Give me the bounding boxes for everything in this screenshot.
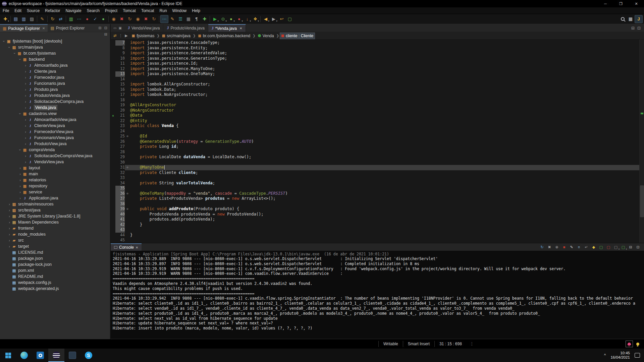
tree-item-service[interactable]: ›▦service xyxy=(0,189,110,195)
fold-marker-icon[interactable]: ⊖ xyxy=(125,165,130,170)
link-editor-icon[interactable]: ⇄ xyxy=(57,15,65,23)
tree-item-maven-dependencies[interactable]: ›▤Maven Dependencies xyxy=(0,219,110,225)
tree-item-repository[interactable]: ›▦repository xyxy=(0,183,110,189)
tab-package-explorer[interactable]: ▦Package Explorer✕ xyxy=(0,24,48,32)
maximize-console-icon[interactable]: ⊡ xyxy=(635,244,641,250)
expand-arrow-icon[interactable]: › xyxy=(23,154,28,158)
code-line-43[interactable]: 43 xyxy=(111,227,639,233)
new-java-element-icon[interactable]: ✚ xyxy=(201,15,209,23)
forward-icon[interactable]: ▶▾ xyxy=(270,15,278,23)
code-line-10[interactable]: 10import javax.persistence.GenerationTyp… xyxy=(111,56,639,61)
code-editor[interactable]: 7import javax.persistence.CascadeType;8i… xyxy=(111,40,644,243)
tomcat2-stop-icon[interactable]: ✖ xyxy=(142,15,150,23)
expand-arrow-icon[interactable]: › xyxy=(23,160,28,164)
pin-console-icon[interactable]: ◆ xyxy=(590,244,597,250)
search-icon[interactable] xyxy=(619,15,627,23)
close-console-tab-icon[interactable]: ✕ xyxy=(136,246,138,249)
tree-item-cadastros-view[interactable]: ›▦cadastros.view xyxy=(0,111,110,117)
menu-run[interactable]: Run xyxy=(157,8,170,14)
tree-item-vendaview-java[interactable]: ›JVendaView.java xyxy=(0,159,110,165)
notification-bell-button[interactable] xyxy=(626,341,633,347)
code-line-30[interactable]: 30 xyxy=(111,160,639,165)
overflow-icon[interactable]: ⋮ xyxy=(119,34,122,38)
code-line-22[interactable]: 22@Entity xyxy=(111,118,639,124)
expand-arrow-icon[interactable]: › xyxy=(7,238,11,242)
tomcat2-start-icon[interactable]: ◉ xyxy=(134,15,142,23)
tree-item-solicitacaodecompraview-java[interactable]: ›JSolicitacaoDeCompraView.java xyxy=(0,153,110,159)
minimize-button[interactable]: ─ xyxy=(598,0,613,7)
coverage-chart-icon[interactable]: ▥ xyxy=(67,15,75,23)
tree-item-src[interactable]: ›▰src xyxy=(0,237,110,243)
expand-arrow-icon[interactable]: › xyxy=(18,57,22,61)
expand-arrow-icon[interactable]: › xyxy=(18,148,22,152)
expand-arrow-icon[interactable]: › xyxy=(7,232,11,236)
breadcrumb-item-venda[interactable]: Venda xyxy=(257,33,275,39)
tree-item-webpack-config-js[interactable]: ▤webpack.config.js xyxy=(0,280,110,286)
expand-arrow-icon[interactable]: › xyxy=(2,39,6,43)
code-line-19[interactable]: 19@AllArgsConstructor xyxy=(111,103,639,108)
diff-marker[interactable] xyxy=(641,113,643,114)
open-console-icon[interactable]: ▢▾ xyxy=(620,244,627,250)
code-line-42[interactable]: 42 } xyxy=(111,222,639,228)
code-line-41[interactable]: 41 produtos.add(produtoVenda); xyxy=(111,217,639,222)
tree-item-almoxarifado-java[interactable]: ›JAlmoxarifado.java xyxy=(0,62,110,68)
minimize-console-icon[interactable]: ⊟ xyxy=(627,244,634,250)
overview-ruler[interactable] xyxy=(639,40,644,243)
tab-console[interactable]: Console ✕ xyxy=(111,243,142,251)
tree-item-layout[interactable]: ›▦layout xyxy=(0,165,110,171)
open-perspective-icon[interactable]: ▦ xyxy=(627,15,635,23)
tree-item-produtovenda-java[interactable]: ›JProdutoVenda.java xyxy=(0,93,110,99)
code-line-31[interactable]: 31⊖ @ManyToOne xyxy=(111,165,639,170)
expand-arrow-icon[interactable]: › xyxy=(23,94,28,98)
tree-item-node-modules[interactable]: ›▰node_modules xyxy=(0,231,110,237)
tree-item-produto-java[interactable]: ›JProduto.java xyxy=(0,86,110,93)
coverage-icon[interactable]: ●▾ xyxy=(227,15,235,23)
tree-item-funcionario-java[interactable]: ›JFuncionario.java xyxy=(0,80,110,86)
tomcat-start-icon[interactable]: ◉ xyxy=(110,15,118,23)
tree-item-package-lock-json[interactable]: ▤package-lock.json xyxy=(0,261,110,267)
tree-item-compravenda[interactable]: ›▦compraVenda xyxy=(0,147,110,153)
expand-arrow-icon[interactable]: › xyxy=(13,51,17,55)
external-tools-icon[interactable]: ❖▾ xyxy=(251,15,259,23)
expand-arrow-icon[interactable]: › xyxy=(23,106,28,110)
debug-icon[interactable]: ⊙▾ xyxy=(219,15,227,23)
code-line-29[interactable]: 29 private LocalDate dataVenda = LocalDa… xyxy=(111,155,639,160)
expand-arrow-icon[interactable]: › xyxy=(7,220,11,224)
code-line-44[interactable]: 44} xyxy=(111,233,639,238)
tomcat-restart-icon[interactable]: ↻ xyxy=(126,15,134,23)
breakpoint-icon[interactable]: ● xyxy=(83,15,91,23)
stop-icon[interactable]: ●▾ xyxy=(235,15,243,23)
expand-arrow-icon[interactable]: › xyxy=(18,196,22,200)
code-line-37[interactable]: 37 private List<ProdutoVenda> produtos =… xyxy=(111,196,639,201)
last-edit-icon[interactable]: ↩ xyxy=(278,15,286,23)
expand-arrow-icon[interactable]: › xyxy=(23,81,28,85)
maximize-view-icon[interactable]: ⊡ xyxy=(104,26,107,30)
code-line-28[interactable]: 28 xyxy=(111,149,639,155)
skype-icon[interactable]: S xyxy=(80,349,97,362)
expand-arrow-icon[interactable]: › xyxy=(23,130,28,134)
console-refresh-icon[interactable]: ↻ xyxy=(539,244,545,250)
code-line-21[interactable]: ▲21@Data xyxy=(111,113,639,118)
word-wrap-icon[interactable]: ↵ xyxy=(583,244,590,250)
menu-help[interactable]: Help xyxy=(189,8,203,14)
code-icon[interactable] xyxy=(64,349,80,362)
tree-item-produtoview-java[interactable]: ›JProdutoView.java xyxy=(0,141,110,147)
tray-chevron-icon[interactable]: ^ xyxy=(604,353,606,358)
notification-center-icon[interactable] xyxy=(635,353,640,358)
expand-arrow-icon[interactable]: › xyxy=(7,226,11,230)
tree-item-fornecedorview-java[interactable]: ›JFornecedorView.java xyxy=(0,129,110,135)
restore-view2-icon[interactable]: ▣ xyxy=(118,26,121,30)
maximize-editor-icon[interactable]: ⊡ xyxy=(637,26,641,31)
tab-venda.java[interactable]: J*Venda.java✕ xyxy=(208,24,246,32)
terminate-icon[interactable]: ■ xyxy=(561,244,568,250)
breadcrumb-item-fjsistemas[interactable]: ▣fjsistemas xyxy=(130,33,156,39)
tree-item-jre-system-library-javase-1-8-[interactable]: ›▤JRE System Library [JavaSE-1.8] xyxy=(0,213,110,219)
expand-arrow-icon[interactable]: › xyxy=(18,190,22,194)
code-line-13[interactable]: 13import javax.persistence.OneToMany; xyxy=(111,71,639,77)
tree-item-fornecedor-java[interactable]: ›JFornecedor.java xyxy=(0,74,110,80)
scrapbook-icon[interactable]: ✎ xyxy=(38,15,46,23)
pull-down-icon[interactable]: ↓▾ xyxy=(243,15,251,23)
tree-item-cliente-java[interactable]: ›JCliente.java xyxy=(0,68,110,74)
expand-arrow-icon[interactable]: › xyxy=(7,208,11,212)
code-line-8[interactable]: 8import javax.persistence.Entity; xyxy=(111,46,639,51)
